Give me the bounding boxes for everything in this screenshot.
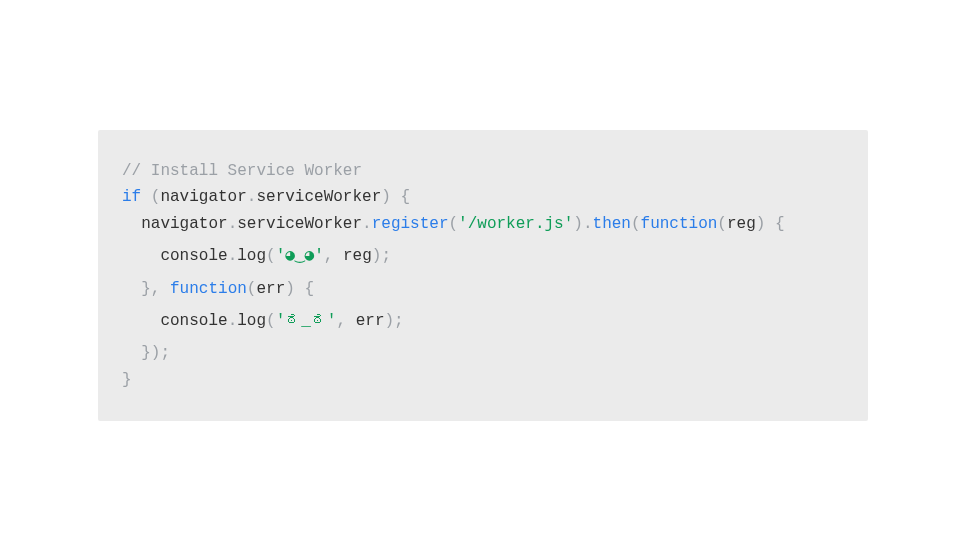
method-then: then (593, 215, 631, 233)
identifier: console (160, 312, 227, 330)
dot: . (228, 247, 238, 265)
dot: . (228, 312, 238, 330)
identifier: log (237, 247, 266, 265)
open-paren: ( (266, 247, 276, 265)
close-paren-brace: ) { (756, 215, 785, 233)
identifier: err (356, 312, 385, 330)
identifier: serviceWorker (237, 215, 362, 233)
close-paren-brace: ) { (381, 188, 410, 206)
identifier: navigator (160, 188, 246, 206)
identifier: serviceWorker (256, 188, 381, 206)
open-paren: ( (717, 215, 727, 233)
close-paren-semi: ); (384, 312, 403, 330)
code-line-3: navigator.serviceWorker.register('/worke… (122, 211, 844, 237)
open-paren: ( (448, 215, 458, 233)
identifier: reg (343, 247, 372, 265)
comma: , (336, 312, 355, 330)
code-line-8: } (122, 367, 844, 393)
indent (122, 344, 141, 362)
dot: . (583, 215, 593, 233)
close-brace-comma: }, (141, 280, 170, 298)
code-line-1: // Install Service Worker (122, 158, 844, 184)
dot: . (228, 215, 238, 233)
close-paren: ) (573, 215, 583, 233)
close-brace: } (122, 371, 132, 389)
string-literal: '◕‿◕' (276, 247, 324, 265)
dot: . (247, 188, 257, 206)
dot: . (362, 215, 372, 233)
identifier: err (256, 280, 285, 298)
identifier: reg (727, 215, 756, 233)
open-paren: ( (247, 280, 257, 298)
close-brace-paren-semi: }); (141, 344, 170, 362)
keyword-if: if (122, 188, 141, 206)
close-paren-brace: ) { (285, 280, 314, 298)
code-line-2: if (navigator.serviceWorker) { (122, 184, 844, 210)
identifier: log (237, 312, 266, 330)
code-block: // Install Service Worker if (navigator.… (98, 130, 868, 421)
code-line-5: }, function(err) { (122, 276, 844, 302)
identifier: console (160, 247, 227, 265)
keyword-function: function (170, 280, 247, 298)
method-register: register (372, 215, 449, 233)
code-line-7: }); (122, 340, 844, 366)
code-comment: // Install Service Worker (122, 162, 362, 180)
indent (122, 215, 141, 233)
indent (122, 312, 160, 330)
indent (122, 280, 141, 298)
code-line-6: console.log('ಠ_ಠ', err); (122, 308, 844, 334)
code-line-4: console.log('◕‿◕', reg); (122, 243, 844, 269)
open-paren: ( (266, 312, 276, 330)
string-literal: 'ಠ_ಠ' (276, 312, 337, 330)
identifier: navigator (141, 215, 227, 233)
comma: , (324, 247, 343, 265)
close-paren-semi: ); (372, 247, 391, 265)
open-paren: ( (631, 215, 641, 233)
open-paren: ( (141, 188, 160, 206)
indent (122, 247, 160, 265)
string-literal: '/worker.js' (458, 215, 573, 233)
keyword-function: function (641, 215, 718, 233)
